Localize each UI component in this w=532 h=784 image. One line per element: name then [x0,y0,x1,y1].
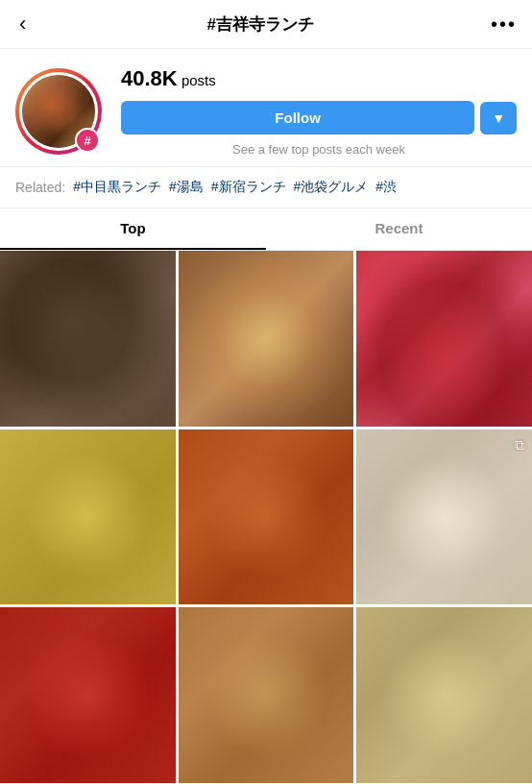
profile-section: # 40.8K posts Follow ▼ See a few top pos… [0,49,532,166]
back-button[interactable]: ‹ [15,12,30,37]
grid-item-0[interactable] [0,251,176,427]
tabs: Top Recent [0,208,532,251]
related-tag-1[interactable]: #湯島 [169,179,204,196]
follow-button[interactable]: Follow [121,101,474,135]
tab-top[interactable]: Top [0,208,266,250]
grid-item-6[interactable] [0,607,176,783]
grid-item-7[interactable] [179,607,354,783]
related-tag-4[interactable]: #渋 [375,179,397,196]
posts-count-row: 40.8K posts [121,66,517,91]
related-tag-2[interactable]: #新宿ランチ [211,179,286,196]
photo-grid: ⧉ [0,251,532,783]
grid-item-1[interactable] [179,251,354,427]
follow-dropdown-button[interactable]: ▼ [480,102,517,135]
more-button[interactable]: ••• [491,13,517,36]
related-tag-0[interactable]: #中目黒ランチ [73,179,161,196]
grid-item-4[interactable] [179,429,354,605]
header: ‹ #吉祥寺ランチ ••• [0,0,532,49]
profile-info: 40.8K posts Follow ▼ See a few top posts… [121,66,517,157]
page-title: #吉祥寺ランチ [206,13,313,36]
grid-item-2[interactable] [356,251,532,427]
grid-item-3[interactable] [0,429,176,605]
posts-label: posts [178,72,216,88]
posts-count: 40.8K [121,66,178,90]
tab-recent[interactable]: Recent [266,208,532,250]
grid-item-5[interactable]: ⧉ [356,429,532,605]
follow-row: Follow ▼ [121,101,517,135]
multi-photo-icon: ⧉ [515,437,524,453]
hashtag-badge: # [75,128,100,153]
related-label: Related: [15,180,65,195]
related-tag-3[interactable]: #池袋グルメ [294,179,369,196]
follow-hint: See a few top posts each week [121,142,517,157]
related-section: Related: #中目黒ランチ #湯島 #新宿ランチ #池袋グルメ #渋 [0,166,532,208]
avatar-wrapper: # [15,68,102,155]
grid-item-8[interactable] [356,607,532,783]
